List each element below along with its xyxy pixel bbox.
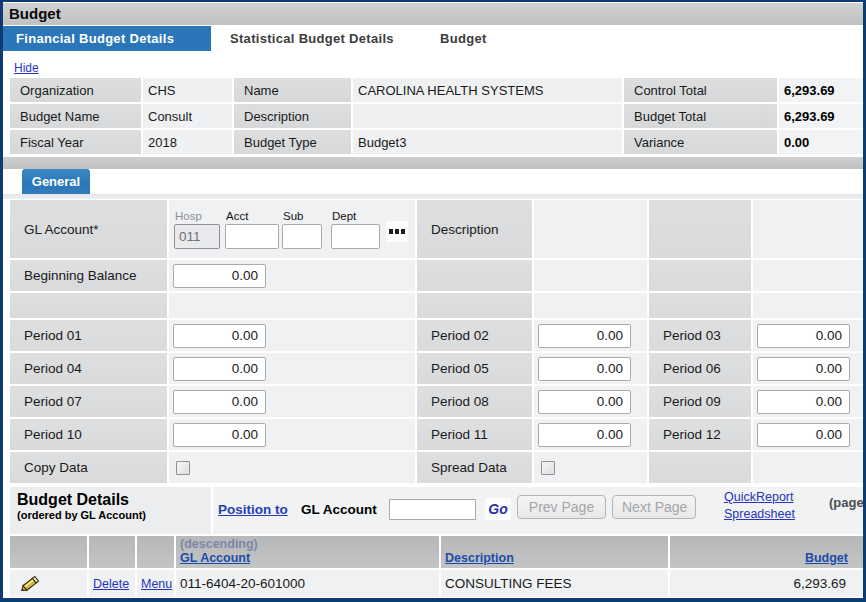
period-04-cell: [169, 353, 415, 384]
actions-column-header: [10, 536, 87, 568]
budget-total-label: Budget Total: [624, 104, 777, 128]
tab-bar: Financial Budget Details Statistical Bud…: [3, 25, 863, 51]
budget-details-subtitle: (ordered by GL Account): [17, 509, 211, 522]
position-to-input[interactable]: [389, 499, 476, 520]
beginning-balance-cell: [169, 260, 415, 291]
acct-label: Acct: [226, 210, 248, 222]
empty-cell-r3c3: [753, 293, 863, 318]
row-menu-cell: Menu: [137, 570, 174, 597]
hosp-label: Hosp: [175, 210, 202, 222]
name-value: CAROLINA HEALTH SYSTEMS: [353, 78, 622, 102]
empty-label-r3c2: [417, 293, 532, 318]
period-07-field[interactable]: [173, 390, 266, 414]
empty-label-r2c2: [417, 260, 532, 291]
fiscal-year-label: Fiscal Year: [10, 130, 141, 154]
dept-label: Dept: [332, 210, 356, 222]
period-03-field[interactable]: [757, 324, 850, 348]
dept-field[interactable]: [331, 224, 380, 249]
gl-account-cell: Hosp Acct Sub Dept: [169, 200, 415, 258]
period-12-cell: [753, 419, 863, 450]
sort-order-note: (descending): [180, 537, 435, 551]
spreadsheet-link[interactable]: Spreadsheet: [724, 507, 795, 521]
period-04-field[interactable]: [173, 357, 266, 381]
description-sort-link[interactable]: Description: [445, 551, 664, 565]
position-to-link[interactable]: Position to: [218, 502, 288, 517]
hosp-field: [174, 224, 220, 249]
go-button[interactable]: Go: [485, 498, 511, 520]
budget-type-label: Budget Type: [234, 130, 351, 154]
gl-account-sort-link[interactable]: GL Account: [180, 551, 435, 565]
edit-pencil-icon[interactable]: [19, 574, 41, 594]
delete-link[interactable]: Delete: [93, 577, 129, 591]
control-total-label: Control Total: [624, 78, 777, 102]
beginning-balance-field[interactable]: [173, 264, 266, 288]
acct-field[interactable]: [225, 224, 279, 249]
row-edit-cell: [10, 570, 87, 597]
budget-details-table: (descending) GL Account Description Budg…: [10, 536, 863, 597]
description-value: [353, 104, 622, 128]
period-11-label: Period 11: [417, 419, 532, 450]
next-page-button[interactable]: Next Page: [612, 495, 696, 519]
spread-data-label: Spread Data: [417, 452, 532, 483]
period-07-label: Period 07: [10, 386, 167, 417]
period-05-label: Period 05: [417, 353, 532, 384]
menu-link[interactable]: Menu: [141, 577, 172, 591]
page-note: (page: [829, 495, 864, 510]
sub-field[interactable]: [282, 224, 322, 249]
empty-label-r3c1: [10, 293, 167, 318]
period-01-cell: [169, 320, 415, 351]
period-06-label: Period 06: [649, 353, 751, 384]
prev-page-button[interactable]: Prev Page: [517, 495, 606, 519]
tab-statistical-budget-details[interactable]: Statistical Budget Details: [230, 26, 394, 51]
spread-data-checkbox[interactable]: [541, 461, 555, 475]
delete-column-header: [89, 536, 135, 568]
budget-sort-link[interactable]: Budget: [805, 551, 848, 565]
budget-name-value: Consult: [143, 104, 232, 128]
hide-link[interactable]: Hide: [14, 61, 39, 75]
tab-general[interactable]: General: [22, 169, 90, 194]
form-description-cell: [534, 200, 647, 258]
beginning-balance-label: Beginning Balance: [10, 260, 167, 291]
copy-data-cell: [169, 452, 415, 483]
period-12-label: Period 12: [649, 419, 751, 450]
empty-label-r8c3: [649, 452, 751, 483]
period-09-field[interactable]: [757, 390, 850, 414]
tab-financial-budget-details[interactable]: Financial Budget Details: [3, 26, 211, 51]
period-06-field[interactable]: [757, 357, 850, 381]
organization-value: CHS: [143, 78, 232, 102]
empty-cell-r2c3: [753, 260, 863, 291]
period-10-field[interactable]: [173, 423, 266, 447]
spread-data-cell: [534, 452, 647, 483]
menu-column-header: [137, 536, 174, 568]
copy-data-checkbox[interactable]: [176, 461, 190, 475]
period-01-field[interactable]: [173, 324, 266, 348]
period-08-cell: [534, 386, 647, 417]
row-gl-account-cell: 011-6404-20-601000: [176, 570, 439, 597]
budget-type-value: Budget3: [353, 130, 622, 154]
tab-budget[interactable]: Budget: [440, 26, 487, 51]
empty-label-r3c3: [649, 293, 751, 318]
empty-cell-r8c3: [753, 452, 863, 483]
quickreport-link[interactable]: QuickReport: [724, 490, 793, 504]
period-08-field[interactable]: [538, 390, 631, 414]
sub-label: Sub: [283, 210, 303, 222]
period-07-cell: [169, 386, 415, 417]
name-label: Name: [234, 78, 351, 102]
row-delete-cell: Delete: [89, 570, 135, 597]
empty-cell-r3c2: [534, 293, 647, 318]
header-summary-table: Organization CHS Name CAROLINA HEALTH SY…: [10, 78, 863, 154]
period-11-field[interactable]: [538, 423, 631, 447]
period-08-label: Period 08: [417, 386, 532, 417]
period-06-cell: [753, 353, 863, 384]
period-02-field[interactable]: [538, 324, 631, 348]
page-title: Budget: [3, 3, 863, 25]
period-12-field[interactable]: [757, 423, 850, 447]
period-10-cell: [169, 419, 415, 450]
description-label: Description: [234, 104, 351, 128]
gl-account-lookup-icon[interactable]: [386, 221, 408, 242]
budget-window: Budget Financial Budget Details Statisti…: [0, 0, 866, 602]
empty-label-r2c3: [649, 260, 751, 291]
empty-cell-r3c1: [169, 293, 415, 318]
period-05-field[interactable]: [538, 357, 631, 381]
period-09-label: Period 09: [649, 386, 751, 417]
